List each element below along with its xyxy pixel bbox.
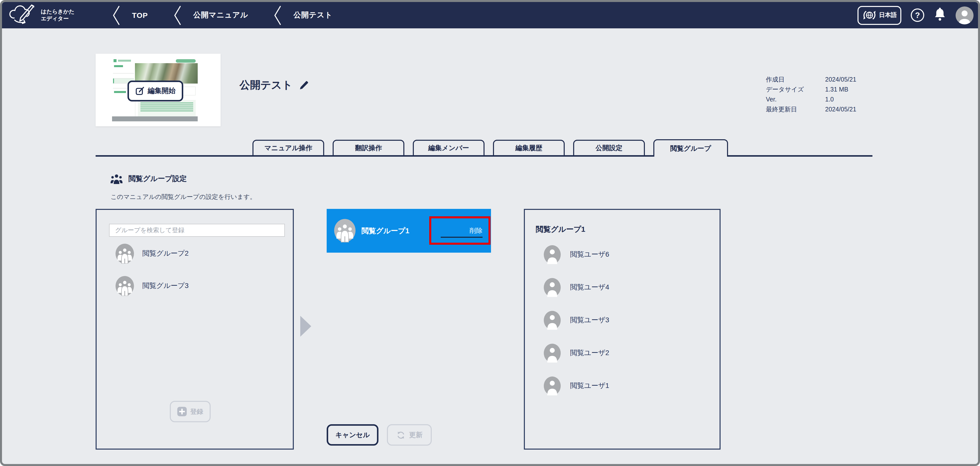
group-search-input[interactable] (109, 224, 285, 237)
member-list-item: 閲覧ユーザ6 (544, 245, 713, 264)
logo-line1: はたらきかた (41, 8, 75, 15)
member-name: 閲覧ユーザ3 (570, 316, 609, 325)
user-avatar-icon (544, 311, 561, 330)
meta-label: 最終更新日 (766, 105, 825, 114)
page-title-row: 公開テスト (240, 78, 310, 92)
refresh-icon (396, 430, 405, 439)
group-people-icon (111, 174, 123, 184)
tab-label: マニュアル操作 (264, 143, 312, 152)
meta-label: データサイズ (766, 85, 825, 94)
chevron-left-icon (174, 5, 181, 25)
cloud-pencil-logo-icon (8, 5, 37, 25)
meta-value: 1.31 MB (825, 86, 848, 93)
cancel-button[interactable]: キャンセル (327, 424, 379, 445)
top-navbar: はたらきかた エディター TOP 公開マニュアル 公開テスト (2, 2, 978, 29)
meta-value: 1.0 (825, 96, 834, 103)
preview-user-pill (176, 59, 196, 63)
user-avatar-icon (544, 344, 561, 363)
plus-square-icon (177, 407, 187, 416)
available-group-list: 閲覧グループ2 閲覧グループ3 (116, 244, 286, 309)
member-list-item: 閲覧ユーザ2 (544, 344, 713, 363)
app-logo[interactable]: はたらきかた エディター (8, 5, 75, 25)
group-avatar-icon (116, 276, 134, 296)
member-list-item: 閲覧ユーザ1 (544, 376, 713, 395)
help-button[interactable]: ? (911, 8, 924, 22)
meta-value: 2024/05/21 (825, 106, 856, 113)
delete-link[interactable]: 削除 (441, 226, 482, 238)
member-list-item: 閲覧ユーザ4 (544, 278, 713, 297)
group-picker-panel: 閲覧グループ2 閲覧グループ3 (95, 209, 294, 450)
cancel-label: キャンセル (336, 430, 370, 439)
tab[interactable]: 翻訳操作 (332, 140, 404, 155)
update-button[interactable]: 更新 (387, 424, 432, 445)
register-label: 登録 (190, 407, 203, 416)
tab[interactable]: 公開設定 (573, 140, 645, 155)
edit-start-button[interactable]: 編集開始 (127, 81, 183, 101)
bell-icon (934, 7, 946, 21)
update-label: 更新 (409, 430, 423, 439)
preview-footer (112, 116, 198, 121)
breadcrumb-item: 公開テスト (274, 5, 358, 25)
section-title: 閲覧グループ設定 (129, 174, 187, 184)
user-avatar-icon (544, 376, 561, 395)
language-sync-icon (862, 8, 877, 22)
selected-group-card[interactable]: 閲覧グループ1 削除 (327, 209, 491, 253)
tab[interactable]: 閲覧グループ (653, 139, 728, 157)
member-name: 閲覧ユーザ4 (570, 283, 609, 292)
transfer-arrow-icon (300, 316, 311, 337)
member-name: 閲覧ユーザ2 (570, 349, 609, 358)
header-actions: 日本語 ? (858, 2, 974, 29)
edit-square-icon (135, 87, 144, 95)
edit-start-label: 編集開始 (148, 87, 175, 95)
question-mark-icon: ? (915, 11, 920, 20)
member-list-item: 閲覧ユーザ3 (544, 311, 713, 330)
member-name: 閲覧ユーザ1 (570, 382, 609, 390)
person-icon (956, 6, 974, 24)
member-list: 閲覧ユーザ6 閲覧ユーザ4 (544, 245, 713, 409)
meta-label: 作成日 (766, 75, 825, 84)
group-list-item[interactable]: 閲覧グループ3 (116, 276, 286, 295)
group-avatar-icon (334, 217, 356, 244)
section-description: このマニュアルの閲覧グループの設定を行います。 (111, 193, 256, 201)
language-button[interactable]: 日本語 (858, 6, 901, 25)
meta-row: Ver. 1.0 (766, 95, 856, 105)
members-panel-title: 閲覧グループ1 (536, 225, 585, 234)
group-members-panel: 閲覧グループ1 閲覧ユーザ6 (524, 209, 721, 450)
preview-logo (113, 59, 116, 62)
preview-header (112, 58, 198, 63)
tab[interactable]: 編集履歴 (493, 140, 565, 155)
tab[interactable]: 編集メンバー (413, 140, 485, 155)
app-window: はたらきかた エディター TOP 公開マニュアル 公開テスト (0, 0, 980, 466)
breadcrumb-item: 公開マニュアル (174, 5, 274, 25)
meta-row: 作成日 2024/05/21 (766, 74, 856, 84)
annotation-highlight-box: 削除 (429, 216, 490, 245)
meta-row: データサイズ 1.31 MB (766, 84, 856, 95)
user-avatar-icon (544, 245, 561, 264)
rename-pencil-icon[interactable] (299, 80, 310, 90)
tab-bar: マニュアル操作 翻訳操作 編集メンバー 編集履歴 公開設定 閲覧グループ (95, 139, 872, 157)
app-logo-text: はたらきかた エディター (41, 8, 75, 22)
breadcrumb-item: TOP (113, 5, 174, 25)
breadcrumb-link[interactable]: TOP (132, 11, 148, 19)
tab-label: 編集履歴 (515, 143, 542, 152)
group-name: 閲覧グループ2 (142, 249, 189, 258)
section-heading: 閲覧グループ設定 (111, 174, 187, 184)
breadcrumb-link[interactable]: 公開テスト (294, 10, 332, 20)
group-name: 閲覧グループ3 (142, 282, 189, 290)
member-name: 閲覧ユーザ6 (570, 250, 609, 259)
user-avatar-icon (544, 278, 561, 297)
preview-logo-text (118, 60, 131, 62)
language-label: 日本語 (879, 11, 897, 19)
chevron-left-icon (113, 5, 120, 25)
user-avatar-button[interactable] (956, 6, 974, 24)
tab-label: 翻訳操作 (355, 143, 382, 152)
register-button[interactable]: 登録 (170, 401, 211, 422)
tab-label: 編集メンバー (428, 143, 469, 152)
manual-meta: 作成日 2024/05/21 データサイズ 1.31 MB Ver. 1.0 最… (766, 74, 856, 114)
tab[interactable]: マニュアル操作 (253, 140, 324, 155)
meta-row: 最終更新日 2024/05/21 (766, 105, 856, 114)
notifications-button[interactable] (934, 7, 946, 23)
group-list-item[interactable]: 閲覧グループ2 (116, 244, 286, 263)
preview-links (138, 100, 196, 117)
breadcrumb-link[interactable]: 公開マニュアル (193, 10, 248, 20)
